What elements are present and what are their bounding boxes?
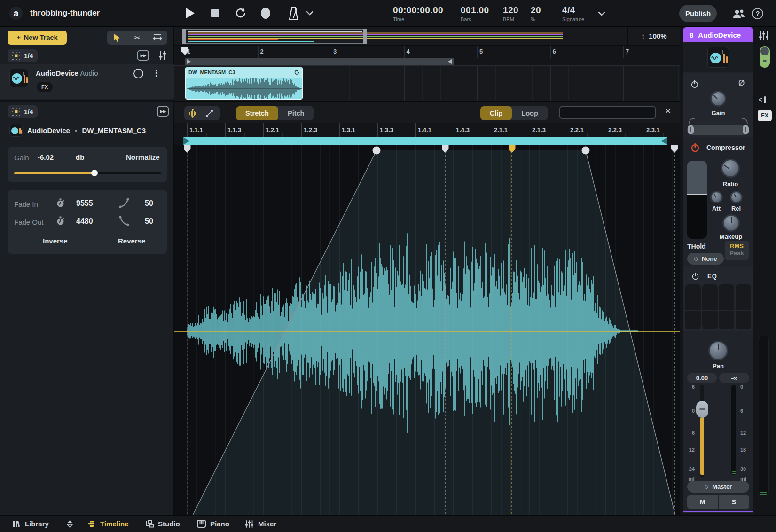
publish-button[interactable]: Publish [679,5,717,22]
attack-knob[interactable] [710,191,723,203]
track-mixer-icon[interactable] [158,50,167,61]
nav-library[interactable]: Library [13,520,49,528]
reverse-button[interactable]: Reverse [118,237,145,245]
collaborators-icon[interactable] [732,8,745,19]
project-title[interactable]: throbbing-thunder [30,8,100,18]
device-artwork[interactable] [707,47,729,68]
fade-handle[interactable] [582,147,590,155]
pan-knob[interactable] [708,341,728,360]
help-button[interactable]: ? [752,8,763,19]
ratio-knob[interactable] [721,159,740,178]
editor-snap-selector[interactable]: 1/4 [8,105,38,118]
audio-clip[interactable]: DW_MENTASM_C3 [185,67,303,100]
fade-in-curve-value[interactable]: 50 [145,199,153,208]
new-track-button[interactable]: + New Track [8,31,67,45]
mixer-view-icon[interactable] [759,31,769,40]
loop-icon[interactable] [234,7,247,20]
compressor-power-icon[interactable] [690,143,700,152]
tab-pitch[interactable]: Pitch [278,106,314,120]
split-tool-button[interactable]: ✂ [127,31,148,45]
follow-playhead-button[interactable]: ▶▶ [137,50,149,61]
collapse-panel-icon[interactable]: < [759,96,766,103]
sidechain-dropdown[interactable]: ◇ None [687,253,724,265]
track-row[interactable]: AudioDevice Audio FX ⋮ [0,64,174,99]
bpm-display[interactable]: 120 BPM [503,6,518,22]
eq-band-cell[interactable] [685,311,701,329]
swing-display[interactable]: 20 % [531,6,541,22]
range-slider-left-handle[interactable] [688,125,694,134]
monitor-level-toggle[interactable] [760,46,770,68]
meter-value-box[interactable]: -∞ [719,373,749,383]
mute-button[interactable]: M [687,495,718,509]
waveform-editor-area[interactable] [174,145,680,516]
tab-loop[interactable]: Loop [512,106,547,120]
clip-gain-slider[interactable] [14,172,161,174]
threshold-slider[interactable] [687,161,707,239]
nav-studio[interactable]: Studio [145,520,180,528]
envelope-tool-button[interactable] [201,106,218,120]
range-slider-right-handle[interactable] [743,125,749,134]
select-tool-button[interactable] [107,31,127,45]
track-fx-button[interactable]: FX [37,82,53,92]
phase-invert-icon[interactable]: Ø [738,78,745,88]
reorder-button[interactable] [66,520,73,528]
nav-timeline[interactable]: Timeline [88,520,129,528]
timeline-ruler[interactable]: 1234567 [174,46,680,66]
transport-chevron-down-icon[interactable] [306,11,314,16]
normalize-button[interactable]: Normalize [126,153,160,161]
clip-gain-value[interactable]: -6.02 [38,153,54,161]
zoom-control[interactable]: ↕ 100% [627,27,680,46]
tempo-chevron-down-icon[interactable] [598,11,605,16]
release-knob[interactable] [730,191,743,203]
fade-in-time[interactable]: 9555 [76,199,93,208]
power-icon[interactable] [690,80,699,88]
snap-selector[interactable]: 1/4 [8,49,38,62]
rms-option[interactable]: RMS [725,243,749,250]
nav-piano[interactable]: Piano [197,520,229,528]
fade-out-time[interactable]: 4480 [76,217,93,226]
rms-peak-toggle[interactable]: RMS Peak [725,241,749,260]
record-button[interactable] [261,8,270,19]
time-display[interactable]: 00:00:00.00 Time [393,6,443,22]
clip-gain-slider-handle[interactable] [91,170,98,176]
play-button[interactable] [186,8,195,18]
eq-band-cell[interactable] [702,311,718,329]
volume-value-box[interactable]: 0.00 [687,373,717,383]
song-overview-strip[interactable] [174,27,627,46]
metronome-icon[interactable] [288,6,299,20]
makeup-knob[interactable] [722,214,740,232]
track-menu-button[interactable]: ⋮ [152,68,161,78]
output-dropdown[interactable]: ◇ Master [687,481,749,493]
clip-range-bar[interactable] [183,137,667,145]
track-lane[interactable]: DW_MENTASM_C3 [174,66,680,101]
device-tab[interactable]: 8 AudioDevice [683,27,753,42]
audio-clip-header[interactable]: DW_MENTASM_C3 [186,67,302,78]
tab-stretch[interactable]: Stretch [236,106,278,120]
editor-follow-button[interactable]: ▶▶ [157,106,169,117]
gain-tool-button[interactable] [184,106,201,120]
solo-button[interactable]: S [719,495,749,509]
editor-close-button[interactable]: ✕ [663,106,673,116]
device-gain-knob[interactable] [710,91,726,107]
tab-clip[interactable]: Clip [480,106,512,120]
device-gain-range-slider[interactable] [687,125,749,135]
eq-band-cell[interactable] [719,311,734,329]
eq-band-cell[interactable] [736,311,751,329]
eq-band-cell[interactable] [736,284,751,310]
eq-power-icon[interactable] [691,272,699,280]
fx-rack-button[interactable]: FX [758,110,772,121]
bars-display[interactable]: 001.00 Bars [461,6,489,22]
stretch-tool-button[interactable] [147,31,167,45]
peak-option[interactable]: Peak [725,250,749,257]
eq-band-cell[interactable] [719,284,734,310]
eq-band-cell[interactable] [685,284,701,310]
fade-out-curve-value[interactable]: 50 [145,217,153,226]
app-logo-icon[interactable]: a [9,7,23,20]
fade-handle[interactable] [373,147,381,155]
signature-display[interactable]: 4/4 Signature [562,6,584,22]
monitor-toggle[interactable] [133,69,143,78]
stop-button[interactable] [211,9,219,17]
editor-ruler[interactable]: 1.1.11.1.31.2.11.2.31.3.11.3.31.4.11.4.3… [174,123,680,137]
volume-fader-handle[interactable] [696,401,708,418]
eq-band-cell[interactable] [702,284,718,310]
